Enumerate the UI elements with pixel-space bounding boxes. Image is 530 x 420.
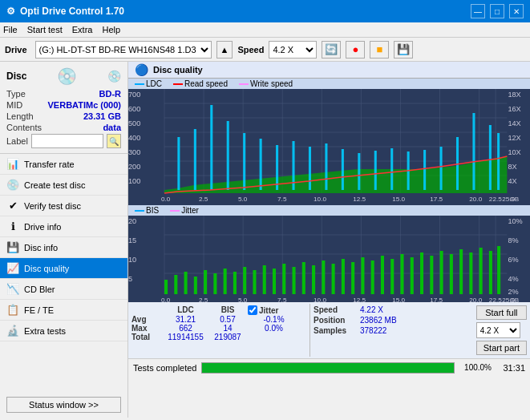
max-jitter: 0.0% xyxy=(248,324,300,333)
progress-percent: 100.0% xyxy=(459,363,492,372)
svg-text:15.0: 15.0 xyxy=(392,196,405,201)
svg-text:12.5: 12.5 xyxy=(353,196,366,201)
menu-extra[interactable]: Extra xyxy=(72,25,93,34)
position-stat-label: Position xyxy=(314,316,355,325)
ldc-header: LDC xyxy=(164,305,208,315)
app-logo-icon: ⚙ xyxy=(6,6,15,17)
menu-start-test[interactable]: Start test xyxy=(27,25,63,34)
orange-button[interactable]: ■ xyxy=(370,41,389,59)
refresh-button[interactable]: 🔄 xyxy=(322,41,341,59)
discinfo-label: Disc info xyxy=(24,243,58,252)
sidebar-item-driveinfo[interactable]: ℹ Drive info xyxy=(0,216,127,237)
minimize-button[interactable]: — xyxy=(471,4,485,18)
svg-text:6%: 6% xyxy=(508,256,518,264)
svg-rect-110 xyxy=(381,256,384,294)
sidebar-item-extratests[interactable]: 🔬 Extra tests xyxy=(0,321,127,341)
svg-text:20.0: 20.0 xyxy=(469,297,482,302)
svg-rect-96 xyxy=(243,267,246,294)
svg-text:8X: 8X xyxy=(508,163,516,171)
bottom-legend: BIS Jitter xyxy=(128,205,530,216)
svg-rect-50 xyxy=(472,113,475,190)
total-ldc: 11914155 xyxy=(164,333,208,341)
contents-value: data xyxy=(103,123,121,132)
svg-text:10%: 10% xyxy=(508,217,522,225)
avg-jitter: -0.1% xyxy=(248,315,300,324)
sidebar-item-transfer[interactable]: 📊 Transfer rate xyxy=(0,154,127,175)
samples-stat-val: 378222 xyxy=(360,326,386,335)
total-label: Total xyxy=(131,333,164,341)
svg-rect-121 xyxy=(489,251,492,294)
disc-label-label: Label xyxy=(6,136,28,146)
svg-text:22.5: 22.5 xyxy=(489,297,502,302)
sidebar-item-create[interactable]: 💿 Create test disc xyxy=(0,175,127,196)
svg-text:7.5: 7.5 xyxy=(277,196,287,201)
svg-rect-45 xyxy=(390,148,393,190)
svg-rect-106 xyxy=(342,259,345,294)
create-icon: 💿 xyxy=(6,179,19,191)
speed-select[interactable]: 4.2 X xyxy=(269,41,317,59)
disc-icon2: 💿 xyxy=(107,70,121,83)
disc-label-button[interactable]: 🔍 xyxy=(107,134,121,148)
sidebar-item-fete[interactable]: 📋 FE / TE xyxy=(0,300,127,321)
disc-contents-row: Contents data xyxy=(6,123,121,132)
status-window-button[interactable]: Status window >> xyxy=(6,397,121,413)
position-row: Position 23862 MB xyxy=(314,316,397,325)
sidebar-item-verify[interactable]: ✔ Verify test disc xyxy=(0,196,127,216)
sidebar-item-discinfo[interactable]: 💾 Disc info xyxy=(0,237,127,258)
ldc-legend-color xyxy=(135,83,144,85)
svg-text:GB: GB xyxy=(509,297,519,302)
top-chart-svg: 700 600 500 400 300 200 100 18X 16X 14X … xyxy=(128,89,530,201)
samples-stat-label: Samples xyxy=(314,326,355,335)
avg-ldc: 31.21 xyxy=(164,315,208,324)
extratests-label: Extra tests xyxy=(24,326,66,336)
save-button[interactable]: 💾 xyxy=(394,41,413,59)
dq-title: Disc quality xyxy=(153,65,203,75)
svg-text:100: 100 xyxy=(128,177,140,185)
app-title: Opti Drive Control 1.70 xyxy=(20,6,124,17)
svg-rect-92 xyxy=(204,270,207,294)
transfer-label: Transfer rate xyxy=(24,160,75,169)
svg-text:16X: 16X xyxy=(508,105,520,113)
menu-help[interactable]: Help xyxy=(102,25,120,34)
svg-text:15: 15 xyxy=(128,236,136,244)
right-stats: Speed 4.22 X Position 23862 MB Samples 3… xyxy=(310,304,400,357)
cdbler-icon: 📉 xyxy=(6,283,19,295)
progress-bar-inner xyxy=(202,363,454,373)
start-part-button[interactable]: Start part xyxy=(476,341,527,355)
read-legend-color xyxy=(173,83,183,85)
svg-text:22.5: 22.5 xyxy=(489,196,502,201)
maximize-button[interactable]: □ xyxy=(490,4,504,18)
svg-rect-109 xyxy=(371,260,374,294)
svg-text:12X: 12X xyxy=(508,134,520,142)
svg-rect-118 xyxy=(459,249,463,294)
eject-button[interactable]: ▲ xyxy=(216,41,233,59)
sidebar-item-cdbler[interactable]: 📉 CD Bler xyxy=(0,279,127,300)
svg-rect-42 xyxy=(342,149,344,190)
close-button[interactable]: ✕ xyxy=(509,4,524,18)
svg-rect-105 xyxy=(332,264,335,294)
jitter-header: Jitter xyxy=(259,306,278,315)
sidebar-item-discquality[interactable]: 📈 Disc quality xyxy=(0,258,127,279)
drive-label: Drive xyxy=(5,45,27,55)
red-button[interactable]: ● xyxy=(346,41,365,59)
svg-rect-43 xyxy=(358,153,360,190)
svg-text:200: 200 xyxy=(128,163,140,171)
disc-length-row: Length 23.31 GB xyxy=(6,111,121,121)
disc-label-input[interactable] xyxy=(31,134,103,148)
start-full-button[interactable]: Start full xyxy=(476,305,527,320)
bis-legend-color xyxy=(135,210,144,212)
write-legend: Write speed xyxy=(239,79,293,88)
disc-section-label: Disc xyxy=(6,71,26,82)
length-label: Length xyxy=(6,111,34,121)
discquality-icon: 📈 xyxy=(6,262,19,274)
status-text: Tests completed xyxy=(133,363,196,373)
menu-file[interactable]: File xyxy=(3,25,18,34)
speed-test-select[interactable]: 4.2 X xyxy=(476,322,520,338)
stats-avg-row: Avg 31.21 0.57 -0.1% xyxy=(131,315,300,324)
transfer-icon: 📊 xyxy=(6,158,19,170)
jitter-checkbox[interactable] xyxy=(248,305,257,315)
svg-rect-102 xyxy=(302,262,305,294)
max-label: Max xyxy=(131,324,164,333)
disc-panel: Disc 💿 💿 Type BD-R MID VERBATIMc (000) L… xyxy=(0,62,127,154)
drive-select[interactable]: (G:) HL-DT-ST BD-RE WH16NS48 1.D3 xyxy=(35,41,212,59)
